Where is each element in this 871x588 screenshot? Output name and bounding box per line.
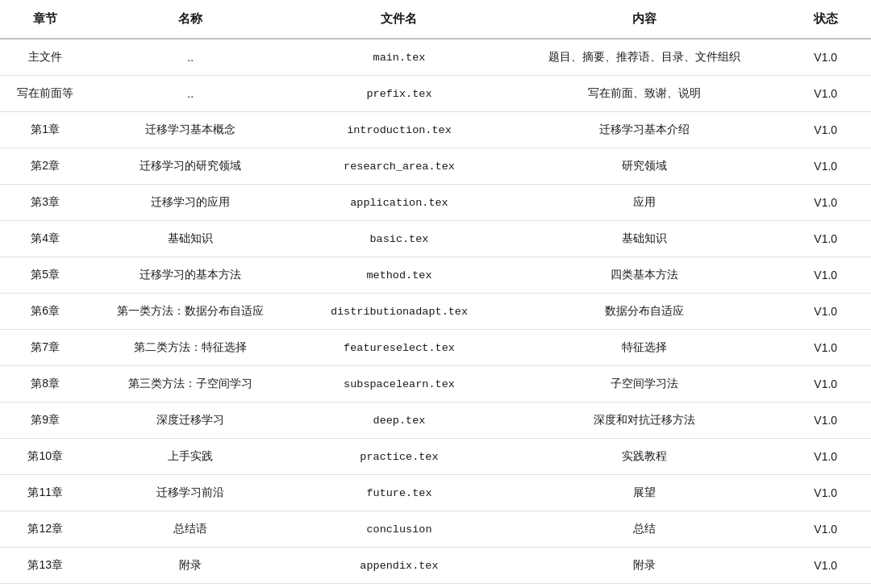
main-table-container: 章节 名称 文件名 内容 状态 主文件..main.tex题目、摘要、推荐语、目…	[0, 0, 871, 584]
cell-content: 子空间学习法	[508, 366, 781, 402]
cell-status: V1.0	[780, 148, 871, 185]
cell-name: 迁移学习的应用	[91, 185, 290, 221]
table-row: 主文件..main.tex题目、摘要、推荐语、目录、文件组织V1.0	[0, 39, 871, 76]
cell-chapter: 第7章	[0, 330, 91, 366]
table-row: 写在前面等..prefix.tex写在前面、致谢、说明V1.0	[0, 76, 871, 112]
cell-name: 上手实践	[91, 439, 290, 475]
cell-name: 第一类方法：数据分布自适应	[91, 294, 290, 330]
cell-chapter: 主文件	[0, 39, 91, 76]
cell-name: 迁移学习的研究领域	[91, 148, 290, 185]
table-row: 第12章总结语conclusion总结V1.0	[0, 511, 871, 548]
cell-filename: prefix.tex	[290, 76, 508, 112]
cell-filename: appendix.tex	[290, 548, 508, 584]
cell-status: V1.0	[780, 402, 871, 439]
cell-name: 深度迁移学习	[91, 402, 290, 439]
cell-content: 基础知识	[508, 221, 781, 257]
header-name: 名称	[91, 0, 290, 39]
table-row: 第5章迁移学习的基本方法method.tex四类基本方法V1.0	[0, 257, 871, 294]
table-row: 第10章上手实践practice.tex实践教程V1.0	[0, 439, 871, 475]
cell-status: V1.0	[780, 475, 871, 511]
cell-filename: practice.tex	[290, 439, 508, 475]
cell-content: 附录	[508, 548, 781, 584]
content-table: 章节 名称 文件名 内容 状态 主文件..main.tex题目、摘要、推荐语、目…	[0, 0, 871, 584]
header-status: 状态	[780, 0, 871, 39]
cell-status: V1.0	[780, 76, 871, 112]
cell-content: 应用	[508, 185, 781, 221]
cell-filename: basic.tex	[290, 221, 508, 257]
cell-filename: future.tex	[290, 475, 508, 511]
cell-filename: deep.tex	[290, 402, 508, 439]
cell-status: V1.0	[780, 39, 871, 76]
cell-name: 基础知识	[91, 221, 290, 257]
cell-chapter: 第9章	[0, 402, 91, 439]
cell-status: V1.0	[780, 366, 871, 402]
cell-name: 第三类方法：子空间学习	[91, 366, 290, 402]
table-row: 第7章第二类方法：特征选择featureselect.tex特征选择V1.0	[0, 330, 871, 366]
table-row: 第11章迁移学习前沿future.tex展望V1.0	[0, 475, 871, 511]
cell-name: ..	[91, 39, 290, 76]
table-body: 主文件..main.tex题目、摘要、推荐语、目录、文件组织V1.0写在前面等.…	[0, 39, 871, 584]
cell-chapter: 第11章	[0, 475, 91, 511]
cell-filename: application.tex	[290, 185, 508, 221]
cell-name: ..	[91, 76, 290, 112]
cell-chapter: 第5章	[0, 257, 91, 294]
cell-filename: main.tex	[290, 39, 508, 76]
cell-status: V1.0	[780, 330, 871, 366]
header-row: 章节 名称 文件名 内容 状态	[0, 0, 871, 39]
cell-content: 研究领域	[508, 148, 781, 185]
cell-name: 第二类方法：特征选择	[91, 330, 290, 366]
header-filename: 文件名	[290, 0, 508, 39]
cell-status: V1.0	[780, 221, 871, 257]
cell-chapter: 第6章	[0, 294, 91, 330]
header-content: 内容	[508, 0, 781, 39]
cell-status: V1.0	[780, 548, 871, 584]
table-row: 第3章迁移学习的应用application.tex应用V1.0	[0, 185, 871, 221]
cell-filename: distributionadapt.tex	[290, 294, 508, 330]
cell-chapter: 第2章	[0, 148, 91, 185]
cell-filename: conclusion	[290, 511, 508, 548]
cell-status: V1.0	[780, 112, 871, 148]
header-chapter: 章节	[0, 0, 91, 39]
table-header: 章节 名称 文件名 内容 状态	[0, 0, 871, 39]
cell-filename: research_area.tex	[290, 148, 508, 185]
table-row: 第8章第三类方法：子空间学习subspacelearn.tex子空间学习法V1.…	[0, 366, 871, 402]
cell-status: V1.0	[780, 294, 871, 330]
cell-content: 实践教程	[508, 439, 781, 475]
cell-chapter: 写在前面等	[0, 76, 91, 112]
cell-name: 迁移学习基本概念	[91, 112, 290, 148]
cell-status: V1.0	[780, 439, 871, 475]
cell-content: 题目、摘要、推荐语、目录、文件组织	[508, 39, 781, 76]
table-row: 第9章深度迁移学习deep.tex深度和对抗迁移方法V1.0	[0, 402, 871, 439]
cell-filename: featureselect.tex	[290, 330, 508, 366]
cell-filename: method.tex	[290, 257, 508, 294]
cell-name: 迁移学习的基本方法	[91, 257, 290, 294]
cell-name: 总结语	[91, 511, 290, 548]
table-row: 第2章迁移学习的研究领域research_area.tex研究领域V1.0	[0, 148, 871, 185]
cell-content: 数据分布自适应	[508, 294, 781, 330]
cell-chapter: 第1章	[0, 112, 91, 148]
cell-content: 写在前面、致谢、说明	[508, 76, 781, 112]
table-row: 第6章第一类方法：数据分布自适应distributionadapt.tex数据分…	[0, 294, 871, 330]
cell-content: 深度和对抗迁移方法	[508, 402, 781, 439]
table-row: 第13章附录appendix.tex附录V1.0	[0, 548, 871, 584]
cell-status: V1.0	[780, 511, 871, 548]
cell-chapter: 第4章	[0, 221, 91, 257]
cell-chapter: 第10章	[0, 439, 91, 475]
cell-content: 总结	[508, 511, 781, 548]
cell-filename: introduction.tex	[290, 112, 508, 148]
cell-chapter: 第13章	[0, 548, 91, 584]
cell-status: V1.0	[780, 185, 871, 221]
cell-name: 迁移学习前沿	[91, 475, 290, 511]
cell-name: 附录	[91, 548, 290, 584]
cell-content: 四类基本方法	[508, 257, 781, 294]
cell-filename: subspacelearn.tex	[290, 366, 508, 402]
cell-chapter: 第3章	[0, 185, 91, 221]
cell-content: 特征选择	[508, 330, 781, 366]
cell-chapter: 第12章	[0, 511, 91, 548]
table-row: 第1章迁移学习基本概念introduction.tex迁移学习基本介绍V1.0	[0, 112, 871, 148]
cell-chapter: 第8章	[0, 366, 91, 402]
cell-status: V1.0	[780, 257, 871, 294]
cell-content: 迁移学习基本介绍	[508, 112, 781, 148]
cell-content: 展望	[508, 475, 781, 511]
table-row: 第4章基础知识basic.tex基础知识V1.0	[0, 221, 871, 257]
